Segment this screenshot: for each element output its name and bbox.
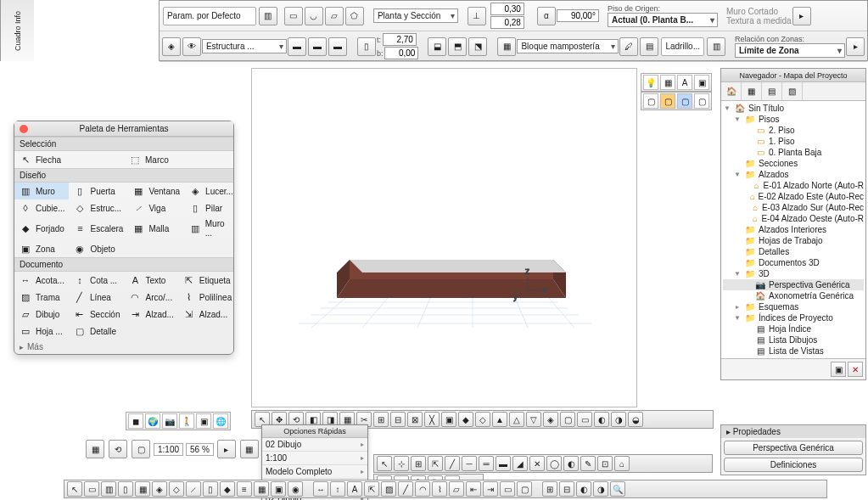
dt-icon[interactable]: ▬ [496,456,511,471]
mt-icon[interactable]: ⊟ [390,412,406,427]
bt-icon[interactable]: ⊟ [559,481,574,497]
tool-arco[interactable]: ◠Arco/... [124,289,177,306]
tool-muro[interactable]: ▥Muro [14,183,69,199]
dt-icon[interactable]: ◯ [546,456,562,471]
tool-estructura[interactable]: ◇Estruc... [69,199,127,216]
tool-seccion[interactable]: ⇤Sección [69,306,125,323]
mini-grid-icon[interactable]: ▦ [660,75,675,90]
bt-icon[interactable]: ⇤ [466,481,481,497]
tool-alzado-int[interactable]: ⇲Alzad... [178,306,236,323]
bt-icon[interactable]: ▱ [449,481,464,497]
geometry-curved-icon[interactable]: ◡ [305,7,323,25]
profile-2-icon[interactable]: ⬒ [448,37,467,56]
mt-icon[interactable]: ◒ [628,412,643,427]
mt-icon[interactable]: ◑ [611,412,626,427]
column-icon[interactable]: ⊥ [468,7,486,25]
wall-tool-icon[interactable]: ▥ [259,7,277,25]
bt-icon[interactable]: 🔍 [610,481,625,497]
palette-more[interactable]: Más [14,340,233,354]
bloque-combo[interactable]: Bloque mampostería [517,39,619,53]
tree-e02[interactable]: ⌂E-02 Alzado Este (Auto-Rec [723,191,864,202]
mini-e2-icon[interactable]: ▢ [660,93,675,109]
bt-icon[interactable]: ◇ [169,481,184,497]
mt-icon[interactable]: ◆ [458,412,473,427]
zona-combo[interactable]: Límite de Zona [735,43,845,58]
bt-icon[interactable]: ⇥ [483,481,498,497]
tool-ventana[interactable]: ▦Ventana [127,183,184,199]
tree-hoja-idx[interactable]: ▤Hoja Índice [723,323,864,334]
delete-view-icon[interactable]: ✕ [848,362,863,377]
mt-icon[interactable]: ◐ [594,412,609,427]
mini-e1-icon[interactable]: ▢ [643,93,658,109]
mt-icon[interactable]: ▣ [441,412,456,427]
tool-polilinea[interactable]: ⌇Polilínea [178,289,236,306]
dt-icon[interactable]: ✎ [580,456,596,471]
nav-tab-2[interactable]: ▦ [742,82,762,100]
mt-icon[interactable]: ▲ [492,412,507,427]
3d-nav-icon[interactable]: 🌍 [145,413,160,429]
status-zoom[interactable]: 56 % [186,443,214,456]
dt-icon[interactable]: ◢ [512,456,528,471]
bt-icon[interactable]: ◐ [576,481,591,497]
floorplan-section-combo[interactable]: Planta y Sección [373,8,458,23]
bt-icon[interactable]: ▥ [101,481,116,497]
tree-indices[interactable]: ▼📁Índices de Proyecto [723,312,864,323]
new-view-icon[interactable]: ▣ [831,362,846,377]
tool-zona[interactable]: ▣Zona [14,240,69,257]
tree-e03[interactable]: ⌂E-03 Alzado Sur (Auto-Rec [723,202,864,213]
tool-alzado[interactable]: ⇥Alzad... [124,306,177,323]
surface-icon[interactable]: ▤ [640,37,658,56]
mt-icon[interactable]: ▢ [560,412,575,427]
tree-p1[interactable]: ▭1. Piso [723,136,864,147]
tree-pisos[interactable]: ▼📁Pisos [723,114,864,125]
bt-icon[interactable]: ⊞ [542,481,557,497]
properties-def[interactable]: Definiciones [724,458,863,472]
status-icon[interactable]: ▸ [217,440,236,458]
ref-line-3-icon[interactable]: ▬ [328,37,347,56]
layer-icon[interactable]: ◈ [162,37,181,56]
bt-icon[interactable]: ↖ [67,481,82,497]
dt-icon[interactable]: ⊞ [411,456,426,471]
tool-flecha[interactable]: ↖Flecha [14,151,124,168]
tree-secciones[interactable]: 📁Secciones [723,158,864,169]
boundary-icon[interactable]: ▥ [707,37,725,56]
profile-1-icon[interactable]: ⬓ [428,37,446,56]
tool-dibujo[interactable]: ▱Dibujo [14,306,69,323]
tree-e01[interactable]: ⌂E-01 Alzado Norte (Auto-R [723,180,864,191]
3d-cube-icon[interactable]: ◼ [128,413,143,429]
3d-viewport[interactable]: z x y [251,68,637,407]
tree-esquemas[interactable]: ▸📁Esquemas [723,301,864,312]
tool-malla[interactable]: ▦Malla [127,216,184,240]
dt-icon[interactable]: ⇱ [428,456,443,471]
bt-icon[interactable]: ⌇ [432,481,447,497]
pen-icon[interactable]: 🖊 [619,37,638,56]
bt-icon[interactable]: ◈ [152,481,167,497]
height-icon[interactable]: ▯ [357,37,376,56]
dt-icon[interactable]: ─ [462,456,477,471]
bt-icon[interactable]: ↔ [313,481,328,497]
close-icon[interactable] [20,125,28,133]
bt-icon[interactable]: ↕ [330,481,345,497]
profile-3-icon[interactable]: ⬔ [468,37,487,56]
piso-origen-combo[interactable]: Actual (0. Planta B... [608,13,718,27]
mt-icon[interactable]: △ [509,412,524,427]
tree-hojas[interactable]: 📁Hojas de Trabajo [723,235,864,246]
tool-linea[interactable]: ╱Línea [69,289,125,306]
tool-cota[interactable]: ↕Cota ... [69,272,125,289]
param-default[interactable]: Param. por Defecto [163,7,256,25]
mt-icon[interactable]: ⊠ [407,412,423,427]
bt-icon[interactable]: ▭ [500,481,515,497]
tool-escalera[interactable]: ≡Escalera [69,216,127,240]
top-val-1[interactable] [490,3,524,15]
tool-objeto[interactable]: ◉Objeto [69,240,127,257]
angle-icon[interactable]: α [537,7,556,25]
3d-walk-icon[interactable]: 🚶 [179,413,194,429]
bt-icon[interactable]: ⇱ [364,481,379,497]
estructura-combo[interactable]: Estructura ... [202,39,287,53]
dt-icon[interactable]: ⊹ [394,456,409,471]
bt-icon[interactable]: ◑ [593,481,608,497]
bt-icon[interactable]: ⟋ [186,481,201,497]
dt-icon[interactable]: ⊡ [597,456,613,471]
dt-icon[interactable]: ✕ [529,456,545,471]
tool-hoja[interactable]: ▭Hoja ... [14,323,69,340]
